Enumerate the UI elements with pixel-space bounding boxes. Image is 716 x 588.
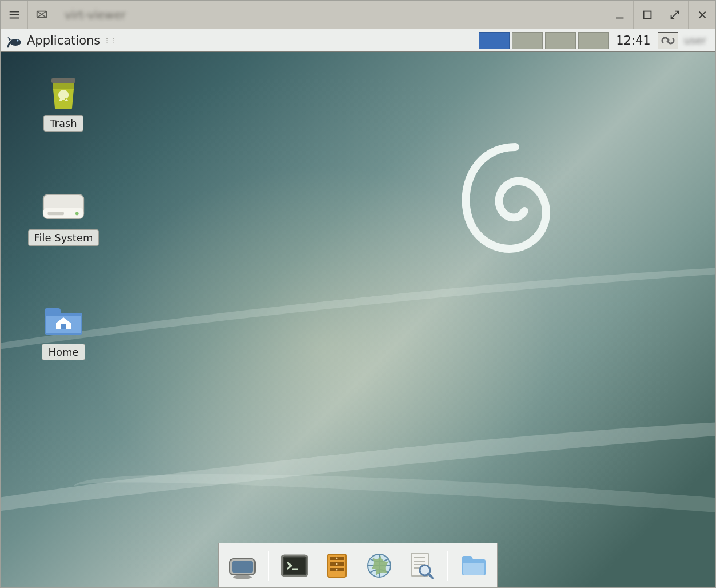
workspace-switcher [479,32,609,49]
desktop-icon-label: Home [42,344,85,360]
workspace-2[interactable] [512,32,543,49]
svg-rect-9 [47,212,64,216]
search-icon [407,551,436,581]
svg-rect-15 [284,558,305,574]
fullscreen-button[interactable] [661,1,688,29]
svg-point-20 [336,557,338,559]
clock[interactable]: 12:41 [611,34,655,47]
folder-icon [459,551,488,581]
user-menu[interactable]: user [681,34,713,46]
xfce-mouse-icon [6,33,25,49]
outer-window-title: virt-viewer [55,1,135,29]
dock-web-browser[interactable] [363,549,396,582]
svg-rect-10 [61,324,66,329]
svg-point-3 [17,39,19,41]
svg-point-13 [233,575,252,579]
dock-separator [268,551,269,581]
wallpaper-wave [1,239,715,426]
maximize-icon [641,9,654,21]
svg-point-22 [336,569,338,570]
outer-vm-window: virt-viewer [0,0,716,588]
svg-point-21 [336,563,338,565]
trash-icon [41,75,86,110]
svg-rect-12 [232,561,253,573]
close-icon [696,9,709,21]
workspace-1[interactable] [479,32,510,49]
maximize-button[interactable] [633,1,661,29]
sendkey-button[interactable] [28,1,55,29]
panel-handle-icon: ⋮⋮ [104,37,117,45]
desktop-wallpaper[interactable]: Trash File System [1,52,715,587]
home-folder-icon [41,304,86,339]
workspace-3[interactable] [545,32,576,49]
desktop-icon-home[interactable]: Home [23,304,104,360]
hamburger-menu-button[interactable] [1,1,28,29]
show-desktop-icon [228,551,257,581]
dock-terminal[interactable] [278,549,311,582]
minimize-icon [614,9,626,21]
minimize-button[interactable] [606,1,633,29]
desktop-icon-label: File System [28,229,100,246]
fullscreen-icon [669,9,681,21]
svg-rect-1 [643,11,651,18]
xfce-bottom-dock [218,543,498,587]
desktop-icon-file-system[interactable]: File System [23,189,104,246]
debian-swirl-logo [458,138,572,275]
guest-display: Applications ⋮⋮ 12:41 user [1,29,715,587]
dock-file-manager[interactable] [320,549,353,582]
applications-menu-button[interactable]: Applications ⋮⋮ [3,29,121,51]
chain-link-icon [661,34,675,47]
close-button[interactable] [688,1,715,29]
applications-menu-label: Applications [27,34,100,47]
xfce-top-panel: Applications ⋮⋮ 12:41 user [1,29,715,52]
desktop-icon-trash[interactable]: Trash [23,75,104,132]
network-indicator[interactable] [658,32,678,49]
svg-point-8 [75,212,79,216]
dock-separator [447,551,448,581]
display-icon [35,9,48,21]
terminal-icon [280,551,309,581]
file-manager-icon [322,551,352,581]
outer-window-titlebar[interactable]: virt-viewer [1,1,715,29]
svg-rect-4 [51,78,75,83]
workspace-4[interactable] [578,32,609,49]
dock-folder[interactable] [457,549,490,582]
hamburger-icon [8,9,21,21]
dock-search[interactable] [405,549,438,582]
web-browser-icon [364,551,394,581]
desktop-icon-label: Trash [43,115,83,132]
drive-icon [41,189,86,225]
svg-point-2 [10,39,21,46]
dock-show-desktop[interactable] [226,549,259,582]
